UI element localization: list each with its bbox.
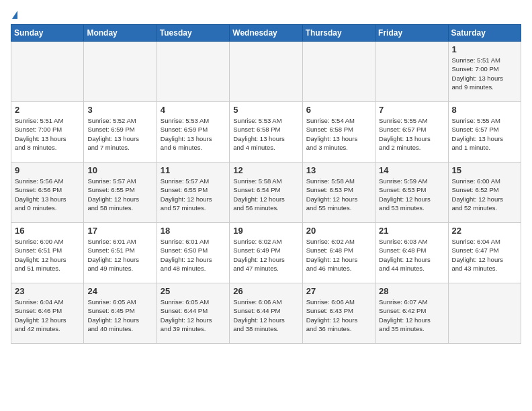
day-header-tuesday: Tuesday bbox=[157, 25, 229, 42]
day-number: 24 bbox=[87, 286, 152, 296]
day-number: 11 bbox=[161, 165, 226, 175]
calendar-cell: 27Sunrise: 6:06 AM Sunset: 6:43 PM Dayli… bbox=[302, 283, 375, 344]
calendar-cell: 1Sunrise: 5:51 AM Sunset: 7:00 PM Daylig… bbox=[448, 42, 521, 102]
day-info: Sunrise: 6:05 AM Sunset: 6:45 PM Dayligh… bbox=[87, 298, 152, 333]
day-number: 7 bbox=[379, 105, 444, 115]
calendar-cell bbox=[302, 42, 375, 102]
calendar-cell: 7Sunrise: 5:55 AM Sunset: 6:57 PM Daylig… bbox=[375, 102, 448, 163]
day-number: 18 bbox=[161, 226, 226, 236]
day-info: Sunrise: 5:53 AM Sunset: 6:58 PM Dayligh… bbox=[233, 116, 298, 152]
day-info: Sunrise: 6:03 AM Sunset: 6:48 PM Dayligh… bbox=[379, 237, 444, 273]
day-number: 23 bbox=[15, 286, 80, 296]
calendar-cell bbox=[157, 42, 229, 102]
calendar-cell bbox=[448, 283, 521, 344]
calendar-cell: 17Sunrise: 6:01 AM Sunset: 6:51 PM Dayli… bbox=[84, 223, 157, 283]
day-header-monday: Monday bbox=[84, 25, 157, 42]
day-number: 17 bbox=[87, 226, 152, 236]
day-number: 9 bbox=[15, 165, 80, 175]
day-header-wednesday: Wednesday bbox=[230, 25, 302, 42]
calendar-cell: 5Sunrise: 5:53 AM Sunset: 6:58 PM Daylig… bbox=[230, 102, 302, 163]
day-number: 22 bbox=[452, 226, 517, 236]
day-info: Sunrise: 6:02 AM Sunset: 6:48 PM Dayligh… bbox=[306, 237, 371, 273]
calendar-week-1: 1Sunrise: 5:51 AM Sunset: 7:00 PM Daylig… bbox=[11, 42, 521, 102]
day-number: 3 bbox=[87, 105, 152, 115]
day-number: 27 bbox=[306, 286, 371, 296]
calendar-header-row: SundayMondayTuesdayWednesdayThursdayFrid… bbox=[11, 25, 521, 42]
calendar-cell bbox=[230, 42, 302, 102]
day-info: Sunrise: 6:06 AM Sunset: 6:43 PM Dayligh… bbox=[306, 298, 371, 333]
day-number: 12 bbox=[233, 165, 298, 175]
calendar-cell: 15Sunrise: 6:00 AM Sunset: 6:52 PM Dayli… bbox=[448, 163, 521, 223]
day-info: Sunrise: 5:52 AM Sunset: 6:59 PM Dayligh… bbox=[87, 116, 152, 152]
day-info: Sunrise: 6:06 AM Sunset: 6:44 PM Dayligh… bbox=[233, 298, 298, 333]
calendar-cell: 8Sunrise: 5:55 AM Sunset: 6:57 PM Daylig… bbox=[448, 102, 521, 163]
day-number: 14 bbox=[379, 165, 444, 175]
calendar-week-3: 9Sunrise: 5:56 AM Sunset: 6:56 PM Daylig… bbox=[11, 163, 521, 223]
calendar-cell: 13Sunrise: 5:58 AM Sunset: 6:53 PM Dayli… bbox=[302, 163, 375, 223]
day-info: Sunrise: 5:58 AM Sunset: 6:53 PM Dayligh… bbox=[306, 177, 371, 212]
day-info: Sunrise: 6:04 AM Sunset: 6:46 PM Dayligh… bbox=[15, 298, 80, 333]
logo-icon bbox=[12, 11, 17, 19]
calendar-week-5: 23Sunrise: 6:04 AM Sunset: 6:46 PM Dayli… bbox=[11, 283, 521, 344]
calendar-cell: 20Sunrise: 6:02 AM Sunset: 6:48 PM Dayli… bbox=[302, 223, 375, 283]
calendar-cell: 23Sunrise: 6:04 AM Sunset: 6:46 PM Dayli… bbox=[11, 283, 84, 344]
calendar-cell: 6Sunrise: 5:54 AM Sunset: 6:58 PM Daylig… bbox=[302, 102, 375, 163]
calendar-cell: 3Sunrise: 5:52 AM Sunset: 6:59 PM Daylig… bbox=[84, 102, 157, 163]
day-number: 13 bbox=[306, 165, 371, 175]
logo bbox=[11, 11, 17, 19]
calendar-cell bbox=[11, 42, 84, 102]
day-number: 21 bbox=[379, 226, 444, 236]
calendar-week-4: 16Sunrise: 6:00 AM Sunset: 6:51 PM Dayli… bbox=[11, 223, 521, 283]
calendar-cell: 28Sunrise: 6:07 AM Sunset: 6:42 PM Dayli… bbox=[375, 283, 448, 344]
calendar-cell bbox=[375, 42, 448, 102]
day-info: Sunrise: 6:04 AM Sunset: 6:47 PM Dayligh… bbox=[452, 237, 517, 273]
day-info: Sunrise: 5:56 AM Sunset: 6:56 PM Dayligh… bbox=[15, 177, 80, 212]
day-number: 19 bbox=[233, 226, 298, 236]
calendar-cell: 11Sunrise: 5:57 AM Sunset: 6:55 PM Dayli… bbox=[157, 163, 229, 223]
day-header-sunday: Sunday bbox=[11, 25, 84, 42]
calendar-cell: 10Sunrise: 5:57 AM Sunset: 6:55 PM Dayli… bbox=[84, 163, 157, 223]
calendar-cell bbox=[84, 42, 157, 102]
calendar-cell: 16Sunrise: 6:00 AM Sunset: 6:51 PM Dayli… bbox=[11, 223, 84, 283]
day-info: Sunrise: 5:53 AM Sunset: 6:59 PM Dayligh… bbox=[161, 116, 226, 152]
day-info: Sunrise: 6:01 AM Sunset: 6:51 PM Dayligh… bbox=[87, 237, 152, 273]
day-info: Sunrise: 5:55 AM Sunset: 6:57 PM Dayligh… bbox=[452, 116, 517, 152]
day-header-saturday: Saturday bbox=[448, 25, 521, 42]
day-info: Sunrise: 5:57 AM Sunset: 6:55 PM Dayligh… bbox=[161, 177, 226, 212]
day-info: Sunrise: 5:51 AM Sunset: 7:00 PM Dayligh… bbox=[452, 56, 517, 91]
day-header-friday: Friday bbox=[375, 25, 448, 42]
day-info: Sunrise: 5:51 AM Sunset: 7:00 PM Dayligh… bbox=[15, 116, 80, 152]
day-number: 10 bbox=[87, 165, 152, 175]
day-number: 8 bbox=[452, 105, 517, 115]
day-number: 20 bbox=[306, 226, 371, 236]
calendar-cell: 2Sunrise: 5:51 AM Sunset: 7:00 PM Daylig… bbox=[11, 102, 84, 163]
calendar-cell: 22Sunrise: 6:04 AM Sunset: 6:47 PM Dayli… bbox=[448, 223, 521, 283]
day-number: 2 bbox=[15, 105, 80, 115]
day-number: 4 bbox=[161, 105, 226, 115]
day-number: 26 bbox=[233, 286, 298, 296]
calendar-cell: 18Sunrise: 6:01 AM Sunset: 6:50 PM Dayli… bbox=[157, 223, 229, 283]
calendar-cell: 26Sunrise: 6:06 AM Sunset: 6:44 PM Dayli… bbox=[230, 283, 302, 344]
day-number: 1 bbox=[452, 44, 517, 54]
day-info: Sunrise: 5:58 AM Sunset: 6:54 PM Dayligh… bbox=[233, 177, 298, 212]
day-info: Sunrise: 5:57 AM Sunset: 6:55 PM Dayligh… bbox=[87, 177, 152, 212]
day-number: 16 bbox=[15, 226, 80, 236]
day-number: 5 bbox=[233, 105, 298, 115]
day-info: Sunrise: 6:01 AM Sunset: 6:50 PM Dayligh… bbox=[161, 237, 226, 273]
calendar-cell: 14Sunrise: 5:59 AM Sunset: 6:53 PM Dayli… bbox=[375, 163, 448, 223]
page-header bbox=[11, 11, 521, 19]
day-info: Sunrise: 5:59 AM Sunset: 6:53 PM Dayligh… bbox=[379, 177, 444, 212]
day-info: Sunrise: 5:54 AM Sunset: 6:58 PM Dayligh… bbox=[306, 116, 371, 152]
calendar-cell: 24Sunrise: 6:05 AM Sunset: 6:45 PM Dayli… bbox=[84, 283, 157, 344]
day-info: Sunrise: 6:00 AM Sunset: 6:51 PM Dayligh… bbox=[15, 237, 80, 273]
calendar-cell: 9Sunrise: 5:56 AM Sunset: 6:56 PM Daylig… bbox=[11, 163, 84, 223]
calendar-table: SundayMondayTuesdayWednesdayThursdayFrid… bbox=[11, 24, 521, 344]
day-info: Sunrise: 5:55 AM Sunset: 6:57 PM Dayligh… bbox=[379, 116, 444, 152]
day-header-thursday: Thursday bbox=[302, 25, 375, 42]
day-number: 25 bbox=[161, 286, 226, 296]
calendar-cell: 21Sunrise: 6:03 AM Sunset: 6:48 PM Dayli… bbox=[375, 223, 448, 283]
calendar-cell: 4Sunrise: 5:53 AM Sunset: 6:59 PM Daylig… bbox=[157, 102, 229, 163]
calendar-cell: 25Sunrise: 6:05 AM Sunset: 6:44 PM Dayli… bbox=[157, 283, 229, 344]
day-info: Sunrise: 6:07 AM Sunset: 6:42 PM Dayligh… bbox=[379, 298, 444, 333]
day-number: 28 bbox=[379, 286, 444, 296]
